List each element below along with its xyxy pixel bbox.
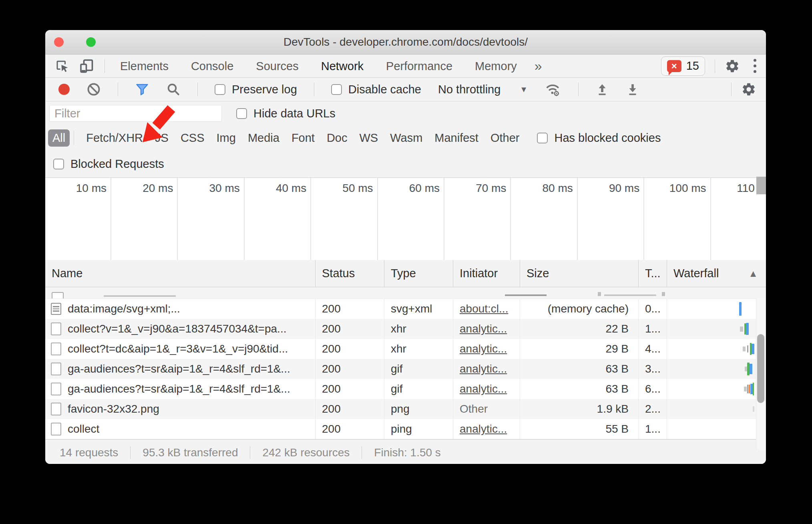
filter-funnel-icon[interactable] xyxy=(135,82,149,97)
summary-resources: 242 kB resources xyxy=(250,446,362,459)
tab-console[interactable]: Console xyxy=(180,55,245,77)
type-cell: xhr xyxy=(384,319,453,339)
tab-sources[interactable]: Sources xyxy=(245,55,310,77)
more-tabs-button[interactable]: » xyxy=(528,58,549,74)
initiator-link[interactable]: analytic... xyxy=(460,322,507,335)
titlebar: DevTools - developer.chrome.com/docs/dev… xyxy=(45,30,766,54)
name-cell: favicon-32x32.png xyxy=(45,399,316,419)
table-header-row: NameStatusTypeInitiatorSizeT...Waterfall… xyxy=(45,260,766,287)
timeline-gridline xyxy=(111,178,111,260)
filter-chip-ws[interactable]: WS xyxy=(360,131,378,145)
kebab-menu-icon[interactable] xyxy=(750,59,760,73)
minimize-window-button[interactable] xyxy=(70,37,80,47)
timeline-gridline xyxy=(577,178,578,260)
table-scrollbar-thumb[interactable] xyxy=(757,334,764,403)
zoom-window-button[interactable] xyxy=(86,37,96,47)
type-cell: xhr xyxy=(384,339,453,359)
name-cell: ga-audiences?t=sr&aip=1&_r=4&slf_rd=1&..… xyxy=(45,379,316,399)
type-cell: gif xyxy=(384,359,453,379)
hide-data-urls-checkbox[interactable] xyxy=(236,108,247,119)
toolbar-separator-2 xyxy=(197,83,198,96)
request-name: collect?v=1&_v=j90&a=1837457034&t=pa... xyxy=(68,322,286,335)
tab-network[interactable]: Network xyxy=(310,55,375,77)
type-cell: gif xyxy=(384,379,453,399)
clear-network-log-icon[interactable] xyxy=(86,82,101,97)
initiator-link[interactable]: analytic... xyxy=(460,343,507,355)
sort-ascending-icon[interactable]: ▲ xyxy=(748,268,758,279)
type-cell: svg+xml xyxy=(384,299,453,319)
network-settings-gear-icon[interactable] xyxy=(741,82,756,97)
filter-chip-css[interactable]: CSS xyxy=(181,131,205,145)
column-header-type[interactable]: Type xyxy=(384,260,453,287)
filter-chip-manifest[interactable]: Manifest xyxy=(434,131,478,145)
file-icon xyxy=(51,343,61,355)
has-blocked-cookies-checkbox[interactable] xyxy=(537,133,548,143)
tab-strip: ElementsConsoleSourcesNetworkPerformance… xyxy=(109,55,528,77)
network-conditions-icon[interactable] xyxy=(545,82,561,97)
initiator-link[interactable]: analytic... xyxy=(460,383,507,395)
filter-chip-img[interactable]: Img xyxy=(217,131,236,145)
size-cell: (memory cache) xyxy=(520,299,639,319)
table-row[interactable]: data:image/svg+xml;...200svg+xmlabout:cl… xyxy=(45,299,766,319)
devtools-window: DevTools - developer.chrome.com/docs/dev… xyxy=(45,30,766,464)
console-error-badge[interactable]: × 15 xyxy=(661,56,705,76)
table-row[interactable]: favicon-32x32.png200pngOther1.9 kB2... xyxy=(45,399,766,419)
column-header-initiator[interactable]: Initiator xyxy=(453,260,520,287)
column-header-waterfall[interactable]: Waterfall▲ xyxy=(667,260,766,287)
filter-chip-font[interactable]: Font xyxy=(291,131,315,145)
has-blocked-cookies-label: Has blocked cookies xyxy=(554,131,661,145)
preserve-log-checkbox[interactable] xyxy=(215,84,225,95)
column-header-t[interactable]: T... xyxy=(639,260,667,287)
record-network-log-button[interactable] xyxy=(58,84,70,95)
column-header-name[interactable]: Name xyxy=(45,260,316,287)
network-overview-timeline[interactable]: 10 ms20 ms30 ms40 ms50 ms60 ms70 ms80 ms… xyxy=(45,178,766,260)
tab-performance[interactable]: Performance xyxy=(375,55,464,77)
traffic-lights xyxy=(54,37,96,47)
inspect-element-icon[interactable] xyxy=(55,59,69,73)
status-cell: 200 xyxy=(316,319,384,339)
filter-input[interactable] xyxy=(49,105,222,122)
request-name: collect xyxy=(68,423,99,435)
timeline-tick-label: 30 ms xyxy=(209,182,240,195)
name-cell: collect xyxy=(45,419,316,439)
close-window-button[interactable] xyxy=(54,37,64,47)
filter-chip-all[interactable]: All xyxy=(48,129,70,147)
error-count: 15 xyxy=(686,59,699,73)
initiator-link[interactable]: about:cl... xyxy=(460,302,508,315)
filter-chip-doc[interactable]: Doc xyxy=(327,131,348,145)
export-har-icon[interactable] xyxy=(626,82,639,97)
status-cell: 200 xyxy=(316,379,384,399)
table-row[interactable]: collect?v=1&_v=j90&a=1837457034&t=pa...2… xyxy=(45,319,766,339)
timeline-gridline xyxy=(310,178,311,260)
table-row[interactable]: collect200pinganalytic...55 B1... xyxy=(45,419,766,439)
toolbar-separator-1 xyxy=(118,83,118,96)
device-toolbar-icon[interactable] xyxy=(79,59,95,73)
timeline-gridline xyxy=(377,178,378,260)
import-har-icon[interactable] xyxy=(595,82,609,97)
table-row[interactable]: ga-audiences?t=sr&aip=1&_r=4&slf_rd=1&..… xyxy=(45,359,766,379)
tab-memory[interactable]: Memory xyxy=(464,55,528,77)
filter-chip-wasm[interactable]: Wasm xyxy=(390,131,422,145)
time-cell: 3... xyxy=(639,359,667,379)
filter-chip-media[interactable]: Media xyxy=(248,131,279,145)
table-row-partial[interactable] xyxy=(45,287,766,299)
filter-chip-other[interactable]: Other xyxy=(490,131,520,145)
blocked-requests-checkbox[interactable] xyxy=(53,159,64,169)
column-header-size[interactable]: Size xyxy=(520,260,639,287)
settings-gear-icon[interactable] xyxy=(725,58,740,74)
initiator-cell: analytic... xyxy=(453,359,520,379)
column-header-status[interactable]: Status xyxy=(316,260,384,287)
filter-chip-fetch-xhr[interactable]: Fetch/XHR xyxy=(86,131,143,145)
disable-cache-checkbox[interactable] xyxy=(331,84,342,95)
tab-elements[interactable]: Elements xyxy=(109,55,180,77)
table-row[interactable]: ga-audiences?t=sr&aip=1&_r=4&slf_rd=1&..… xyxy=(45,379,766,399)
throttling-dropdown[interactable]: No throttling ▼ xyxy=(438,83,528,96)
initiator-link[interactable]: analytic... xyxy=(460,363,507,375)
timeline-tick-label: 10 ms xyxy=(76,182,107,195)
table-row[interactable]: collect?t=dc&aip=1&_r=3&v=1&_v=j90&tid..… xyxy=(45,339,766,359)
timeline-scrollbar-block[interactable] xyxy=(756,177,766,194)
search-icon[interactable] xyxy=(166,82,181,97)
initiator-cell: about:cl... xyxy=(453,299,520,319)
waterfall-bar xyxy=(753,406,754,412)
initiator-link[interactable]: analytic... xyxy=(460,423,507,435)
